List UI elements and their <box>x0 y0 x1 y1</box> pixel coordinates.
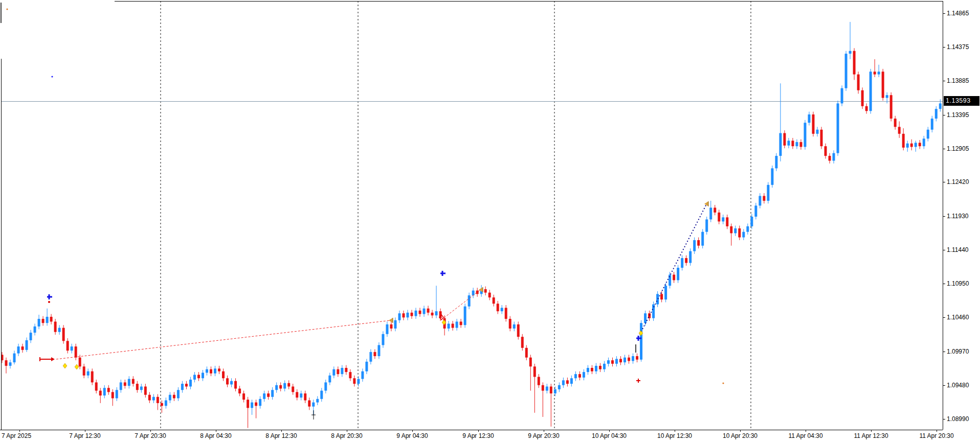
candle-body <box>898 127 901 134</box>
orange-triangle-marker <box>389 318 393 323</box>
candle-body <box>464 307 466 325</box>
candle-body <box>636 356 638 360</box>
blue-dot <box>51 76 53 77</box>
candlestick-chart[interactable]: 1.148651.143751.138851.133951.129051.124… <box>0 0 980 443</box>
time-axis-label: 8 Apr 04:30 <box>200 432 231 440</box>
candle-body <box>521 337 524 348</box>
candle-body <box>701 232 704 246</box>
candle-body <box>488 293 491 297</box>
candle-body <box>587 368 589 372</box>
candle-body <box>825 146 827 156</box>
candle-body <box>939 103 942 109</box>
candle-body <box>742 232 745 238</box>
candle-body <box>271 390 274 397</box>
candle-body <box>112 392 114 398</box>
candle-body <box>493 297 495 304</box>
candle-body <box>705 219 708 231</box>
candle-body <box>50 317 53 321</box>
current-price-box: 1.13593 <box>944 96 979 106</box>
time-axis-label: 9 Apr 04:30 <box>396 432 428 440</box>
candle-body <box>128 379 130 386</box>
candle-body <box>226 378 229 384</box>
candle-body <box>283 383 286 389</box>
candle-body <box>468 295 471 307</box>
candle-body <box>874 72 876 74</box>
candle-body <box>296 392 298 398</box>
candle-body <box>357 379 360 384</box>
candle-body <box>320 391 323 399</box>
candle-body <box>734 228 737 233</box>
candle-body <box>767 185 769 201</box>
navy-trendline <box>638 204 706 337</box>
price-axis-label: 1.13395 <box>947 111 969 119</box>
candle-body <box>578 374 581 378</box>
candle-body <box>849 51 852 54</box>
candle-body <box>423 309 426 314</box>
candle-body <box>259 399 261 406</box>
candle-body <box>816 130 818 134</box>
candle-body <box>349 372 351 378</box>
candle-body <box>42 319 44 323</box>
candle-body <box>640 323 642 360</box>
candle-body <box>197 375 200 379</box>
candle-body <box>562 380 565 385</box>
candle-body <box>799 142 802 147</box>
time-axis-label: 11 Apr 04:30 <box>788 432 822 440</box>
candle-body <box>185 384 188 386</box>
candle-body <box>714 207 716 212</box>
candle-body <box>501 308 503 311</box>
candle-body <box>9 362 12 366</box>
candle-body <box>181 384 184 390</box>
candle-body <box>857 75 860 90</box>
candle-body <box>83 366 85 376</box>
candle-body <box>152 397 155 401</box>
candle-body <box>34 327 36 333</box>
time-axis-label: 7 Apr 2025 <box>2 432 31 440</box>
candle-body <box>660 294 663 299</box>
candle-body <box>341 368 343 374</box>
candle-body <box>411 313 413 316</box>
candle-body <box>583 372 585 378</box>
candle-body <box>542 385 544 391</box>
candle-body <box>673 275 675 281</box>
candle-body <box>144 386 147 394</box>
candle-body <box>62 328 65 341</box>
red-dot-marker <box>48 301 50 303</box>
candle-body <box>255 403 257 406</box>
price-axis-label: 1.12420 <box>947 178 969 186</box>
orange-triangle-marker <box>704 201 708 206</box>
candle-body <box>292 386 294 392</box>
candle-body <box>91 371 94 383</box>
candle-body <box>124 382 126 386</box>
candle-body <box>746 226 749 232</box>
time-axis-label: 9 Apr 12:30 <box>462 432 494 440</box>
candle-body <box>386 324 388 334</box>
candle-body <box>656 294 659 304</box>
candle-body <box>890 95 893 119</box>
candle-body <box>406 313 409 317</box>
candle-body <box>390 324 392 329</box>
candle-body <box>787 141 790 145</box>
price-axis-label: 1.08990 <box>947 415 969 423</box>
price-axis-label: 1.12905 <box>947 145 969 153</box>
candle-body <box>107 388 110 392</box>
candle-body <box>332 369 335 376</box>
candle-body <box>910 144 913 147</box>
candle-body <box>361 371 364 379</box>
candle-body <box>353 378 355 384</box>
candle-body <box>304 393 306 401</box>
candle-body <box>525 348 528 358</box>
candle-body <box>472 291 475 295</box>
price-axis-label: 1.10950 <box>947 279 969 288</box>
candle-body <box>779 133 782 156</box>
candle-body <box>242 393 245 400</box>
price-axis-label: 1.14865 <box>947 9 969 17</box>
candle-body <box>591 368 593 371</box>
candle-body <box>853 51 856 75</box>
chart-plot-area[interactable] <box>0 0 980 443</box>
candle-body <box>38 319 40 327</box>
candle-body <box>763 196 765 200</box>
candle-body <box>177 390 180 398</box>
candle-body <box>161 403 163 406</box>
candle-body <box>570 378 573 384</box>
